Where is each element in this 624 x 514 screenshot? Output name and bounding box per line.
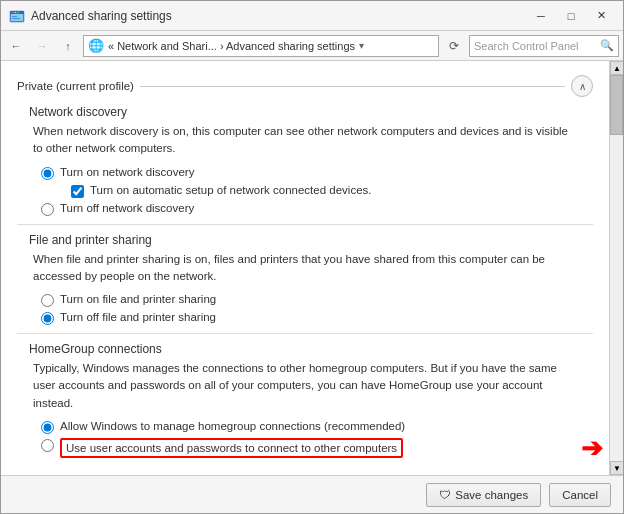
window-title: Advanced sharing settings bbox=[31, 9, 527, 23]
hg-user-container: Use user accounts and passwords to conne… bbox=[41, 438, 593, 458]
private-chevron[interactable]: ∧ bbox=[571, 75, 593, 97]
refresh-button[interactable]: ⟳ bbox=[443, 35, 465, 57]
save-button[interactable]: 🛡 Save changes bbox=[426, 483, 541, 507]
homegroup-options: Allow Windows to manage homegroup connec… bbox=[41, 420, 593, 458]
maximize-button[interactable]: □ bbox=[557, 5, 585, 27]
fs-off-radio[interactable] bbox=[41, 312, 54, 325]
svg-rect-2 bbox=[10, 11, 24, 14]
nd-auto-option: Turn on automatic setup of network conne… bbox=[71, 184, 593, 198]
hg-user-option: Use user accounts and passwords to conne… bbox=[41, 438, 403, 458]
hg-user-label[interactable]: Use user accounts and passwords to conne… bbox=[66, 442, 397, 454]
main-content: Private (current profile) ∧ Network disc… bbox=[1, 61, 623, 475]
address-path[interactable]: 🌐 « Network and Shari... › Advanced shar… bbox=[83, 35, 439, 57]
forward-button[interactable]: → bbox=[31, 35, 53, 57]
search-placeholder: Search Control Panel bbox=[474, 40, 598, 52]
fs-on-radio[interactable] bbox=[41, 294, 54, 307]
title-bar-controls: ─ □ ✕ bbox=[527, 5, 615, 27]
nd-auto-checkbox[interactable] bbox=[71, 185, 84, 198]
fs-off-label[interactable]: Turn off file and printer sharing bbox=[60, 311, 216, 323]
nd-on-label[interactable]: Turn on network discovery bbox=[60, 166, 194, 178]
window-icon bbox=[9, 8, 25, 24]
private-section-header[interactable]: Private (current profile) ∧ bbox=[17, 75, 593, 97]
scroll-thumb[interactable] bbox=[610, 75, 623, 135]
back-button[interactable]: ← bbox=[5, 35, 27, 57]
red-arrow-icon: ➔ bbox=[581, 435, 603, 461]
hg-allow-option: Allow Windows to manage homegroup connec… bbox=[41, 420, 593, 434]
svg-point-5 bbox=[17, 11, 19, 13]
close-button[interactable]: ✕ bbox=[587, 5, 615, 27]
file-sharing-section: File and printer sharing When file and p… bbox=[17, 233, 593, 326]
nd-off-label[interactable]: Turn off network discovery bbox=[60, 202, 194, 214]
nd-on-radio[interactable] bbox=[41, 167, 54, 180]
fs-on-option: Turn on file and printer sharing bbox=[41, 293, 593, 307]
file-sharing-options: Turn on file and printer sharing Turn of… bbox=[41, 293, 593, 325]
hg-allow-radio[interactable] bbox=[41, 421, 54, 434]
minimize-button[interactable]: ─ bbox=[527, 5, 555, 27]
scroll-down-button[interactable]: ▼ bbox=[610, 461, 623, 475]
window: Advanced sharing settings ─ □ ✕ ← → ↑ 🌐 … bbox=[0, 0, 624, 514]
save-label: Save changes bbox=[455, 489, 528, 501]
highlighted-option: Use user accounts and passwords to conne… bbox=[60, 438, 403, 458]
dropdown-arrow-icon: ▾ bbox=[359, 40, 364, 51]
save-icon: 🛡 bbox=[439, 489, 451, 501]
scroll-up-button[interactable]: ▲ bbox=[610, 61, 623, 75]
scroll-track bbox=[610, 75, 623, 461]
network-discovery-section: Network discovery When network discovery… bbox=[17, 105, 593, 216]
settings-panel: Private (current profile) ∧ Network disc… bbox=[1, 61, 609, 475]
file-sharing-label: File and printer sharing bbox=[29, 233, 593, 247]
network-discovery-options: Turn on network discovery Turn on automa… bbox=[41, 166, 593, 216]
cancel-label: Cancel bbox=[562, 489, 598, 501]
network-icon: 🌐 bbox=[88, 38, 104, 53]
nd-on-option: Turn on network discovery bbox=[41, 166, 593, 180]
nd-auto-label[interactable]: Turn on automatic setup of network conne… bbox=[90, 184, 371, 196]
fs-off-option: Turn off file and printer sharing bbox=[41, 311, 593, 325]
hg-user-radio[interactable] bbox=[41, 439, 54, 452]
homegroup-desc: Typically, Windows manages the connectio… bbox=[33, 360, 577, 412]
nd-off-radio[interactable] bbox=[41, 203, 54, 216]
network-discovery-desc: When network discovery is on, this compu… bbox=[33, 123, 577, 158]
search-box[interactable]: Search Control Panel 🔍 bbox=[469, 35, 619, 57]
title-bar: Advanced sharing settings ─ □ ✕ bbox=[1, 1, 623, 31]
fs-on-label[interactable]: Turn on file and printer sharing bbox=[60, 293, 216, 305]
up-button[interactable]: ↑ bbox=[57, 35, 79, 57]
network-discovery-label: Network discovery bbox=[29, 105, 593, 119]
svg-point-3 bbox=[12, 11, 14, 13]
private-header-line bbox=[140, 86, 565, 87]
search-icon: 🔍 bbox=[600, 39, 614, 52]
scrollbar[interactable]: ▲ ▼ bbox=[609, 61, 623, 475]
divider-2 bbox=[17, 333, 593, 334]
address-bar: ← → ↑ 🌐 « Network and Shari... › Advance… bbox=[1, 31, 623, 61]
svg-rect-7 bbox=[12, 18, 20, 19]
homegroup-label: HomeGroup connections bbox=[29, 342, 593, 356]
homegroup-section: HomeGroup connections Typically, Windows… bbox=[17, 342, 593, 458]
cancel-button[interactable]: Cancel bbox=[549, 483, 611, 507]
private-label: Private (current profile) bbox=[17, 80, 140, 92]
divider-1 bbox=[17, 224, 593, 225]
svg-rect-6 bbox=[12, 16, 17, 17]
hg-allow-label[interactable]: Allow Windows to manage homegroup connec… bbox=[60, 420, 405, 432]
svg-point-4 bbox=[15, 11, 17, 13]
file-sharing-desc: When file and printer sharing is on, fil… bbox=[33, 251, 577, 286]
nd-off-option: Turn off network discovery bbox=[41, 202, 593, 216]
bottom-bar: 🛡 Save changes Cancel bbox=[1, 475, 623, 513]
address-text: « Network and Shari... › Advanced sharin… bbox=[108, 40, 355, 52]
